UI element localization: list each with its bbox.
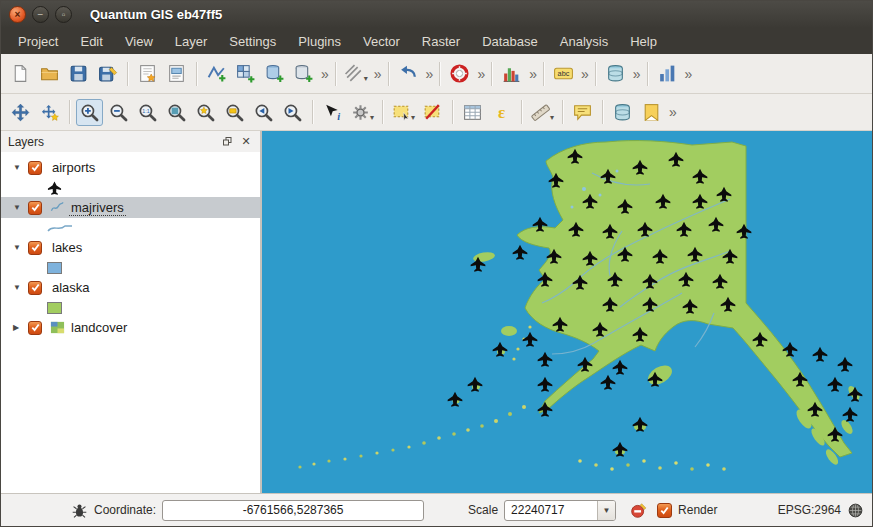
title-bar[interactable]: × − ▫ Quantum GIS eb47ff5: [1, 1, 872, 28]
overflow-chevron-icon[interactable]: »: [581, 66, 587, 82]
expander-icon[interactable]: ▼: [13, 203, 28, 212]
overflow-chevron-icon[interactable]: »: [633, 66, 639, 82]
expander-icon[interactable]: ▼: [13, 283, 28, 292]
statistics-button[interactable]: [654, 60, 681, 87]
digitizing-button[interactable]: ▾: [342, 60, 370, 87]
pan-map-button[interactable]: [7, 99, 34, 126]
zoom-full-button[interactable]: [163, 99, 190, 126]
scale-combo[interactable]: 22240717 ▼: [504, 500, 616, 521]
panel-close-icon[interactable]: ✕: [239, 135, 253, 149]
window-maximize-button[interactable]: ▫: [55, 6, 72, 23]
expander-icon[interactable]: ▼: [13, 163, 28, 172]
layer-item-alaska[interactable]: ▼alaska: [1, 277, 260, 298]
zoom-out-button[interactable]: [105, 99, 132, 126]
add-vector-layer-button[interactable]: [203, 60, 230, 87]
identify-features-button[interactable]: i: [319, 99, 346, 126]
measure-button[interactable]: ▾: [528, 99, 556, 126]
coordinate-input[interactable]: [162, 500, 424, 521]
menu-database[interactable]: Database: [471, 30, 549, 53]
layer-item-lakes[interactable]: ▼lakes: [1, 237, 260, 258]
window-minimize-button[interactable]: −: [32, 6, 49, 23]
help-contents-button[interactable]: [446, 60, 473, 87]
open-attribute-table-button[interactable]: [459, 99, 486, 126]
menu-edit[interactable]: Edit: [69, 30, 113, 53]
layer-item-airports[interactable]: ▼airports: [1, 157, 260, 178]
zoom-to-layer-button[interactable]: [221, 99, 248, 126]
new-print-composer-button[interactable]: [134, 60, 161, 87]
overflow-chevron-icon[interactable]: »: [529, 66, 535, 82]
offline-editing-button[interactable]: [609, 99, 636, 126]
menu-project[interactable]: Project: [7, 30, 69, 53]
menu-settings[interactable]: Settings: [218, 30, 287, 53]
zoom-next-button[interactable]: [279, 99, 306, 126]
layer-checkbox[interactable]: [28, 281, 42, 295]
map-canvas[interactable]: [262, 131, 872, 493]
zoom-in-button[interactable]: [76, 99, 103, 126]
save-project-button[interactable]: [65, 60, 92, 87]
menu-vector[interactable]: Vector: [352, 30, 411, 53]
layer-checkbox[interactable]: [28, 161, 42, 175]
pan-to-selection-button[interactable]: [36, 99, 63, 126]
zoom-to-selection-button[interactable]: [192, 99, 219, 126]
undo-button[interactable]: [395, 60, 422, 87]
dropdown-arrow-icon[interactable]: ▾: [550, 113, 554, 125]
field-calculator-button[interactable]: ε: [488, 99, 515, 126]
overflow-chevron-icon[interactable]: »: [374, 66, 380, 82]
render-checkbox[interactable]: [657, 503, 672, 518]
menu-view[interactable]: View: [114, 30, 164, 53]
layer-label[interactable]: airports: [50, 160, 97, 175]
bug-icon[interactable]: [71, 502, 88, 519]
run-feature-action-button[interactable]: ▾: [348, 99, 376, 126]
layer-checkbox[interactable]: [28, 241, 42, 255]
layer-item-landcover[interactable]: ▶landcover: [1, 317, 260, 338]
chevron-down-icon[interactable]: ▼: [597, 501, 615, 520]
layer-checkbox[interactable]: [28, 201, 42, 215]
select-features-button[interactable]: ▾: [389, 99, 417, 126]
window-close-button[interactable]: ×: [9, 6, 26, 23]
layer-item-majrivers[interactable]: ▼majrivers: [1, 197, 260, 218]
selectRect-icon: [391, 102, 412, 123]
floppy-icon: [68, 63, 89, 84]
add-raster-layer-button[interactable]: [232, 60, 259, 87]
menu-layer[interactable]: Layer: [164, 30, 219, 53]
new-bookmark-button[interactable]: [638, 99, 665, 126]
panel-float-icon[interactable]: [220, 135, 234, 149]
overflow-chevron-icon[interactable]: »: [426, 66, 432, 82]
menu-help[interactable]: Help: [619, 30, 668, 53]
dropdown-arrow-icon[interactable]: ▾: [364, 74, 368, 86]
overflow-chevron-icon[interactable]: »: [685, 66, 691, 82]
menu-analysis[interactable]: Analysis: [549, 30, 619, 53]
render-label[interactable]: Render: [678, 503, 717, 517]
layer-label[interactable]: majrivers: [69, 200, 126, 216]
layer-label[interactable]: landcover: [69, 320, 129, 335]
expander-icon[interactable]: ▶: [13, 323, 28, 332]
raster-histogram-button[interactable]: [498, 60, 525, 87]
stop-render-icon[interactable]: [630, 502, 647, 519]
zoom-last-button[interactable]: [250, 99, 277, 126]
toolbar-row-1: »▾»»»»abc»»»: [1, 54, 872, 94]
layer-label[interactable]: alaska: [50, 280, 92, 295]
layer-label[interactable]: lakes: [50, 240, 84, 255]
text-annotation-button[interactable]: [569, 99, 596, 126]
open-project-button[interactable]: [36, 60, 63, 87]
save-project-as-button[interactable]: [94, 60, 121, 87]
overflow-chevron-icon[interactable]: »: [321, 66, 327, 82]
overflow-chevron-icon[interactable]: »: [477, 66, 483, 82]
crs-globe-icon[interactable]: [847, 502, 864, 519]
menu-plugins[interactable]: Plugins: [287, 30, 352, 53]
layer-checkbox[interactable]: [28, 321, 42, 335]
toolbar-separator: [196, 62, 197, 86]
database-manager-button[interactable]: [602, 60, 629, 87]
add-postgis-layer-button[interactable]: [261, 60, 288, 87]
deselect-features-button[interactable]: [419, 99, 446, 126]
composer-manager-button[interactable]: [163, 60, 190, 87]
add-spatialite-layer-button[interactable]: [290, 60, 317, 87]
dropdown-arrow-icon[interactable]: ▾: [370, 113, 374, 125]
expander-icon[interactable]: ▼: [13, 243, 28, 252]
labeling-button[interactable]: abc: [550, 60, 577, 87]
overflow-chevron-icon[interactable]: »: [669, 104, 675, 120]
zoom-native-button[interactable]: 1:1: [134, 99, 161, 126]
menu-raster[interactable]: Raster: [411, 30, 471, 53]
new-project-button[interactable]: [7, 60, 34, 87]
dropdown-arrow-icon[interactable]: ▾: [411, 113, 415, 125]
